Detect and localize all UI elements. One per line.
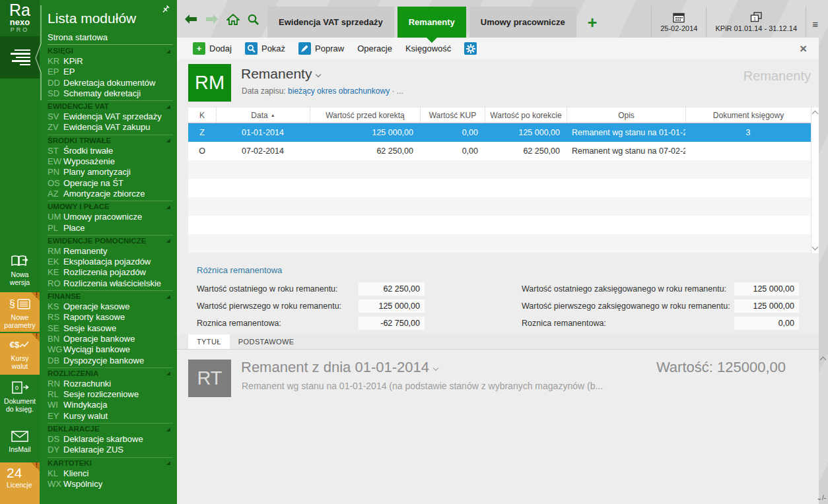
sidebar-section: ŚRODKI TRWAŁESTŚrodki trwałeEWWyposażeni… [48,135,173,199]
sidebar-item-rozliczenia-właścicielskie[interactable]: RORozliczenia właścicielskie [48,278,173,289]
sidebar-item-wyposażenie[interactable]: EWWyposażenie [48,156,173,167]
logo-line3: PRO [0,26,40,34]
detail-subtitle: Remanent wg stanu na 01-01-2014 (na pods… [242,381,603,391]
shortcut-licencje[interactable]: 24Licencje! [0,462,40,504]
sidebar-item-kursy-walut[interactable]: EYKursy walut [48,411,173,422]
summary-field: Roznica remanentowa:-62 750,00 [197,317,425,330]
sidebar-item-remanenty[interactable]: RMRemanenty [48,246,173,257]
more-link[interactable]: · ... [392,86,403,96]
menu-button[interactable]: ≡ [806,7,824,38]
splitter-handle[interactable]: ⌄/- [817,494,827,501]
tab-remanenty[interactable]: Remanenty [397,7,466,38]
column-header-data[interactable]: Data▲ [216,108,310,123]
table-row[interactable]: Z01-01-2014125 000,000,00125 000,00Reman… [188,123,811,142]
sidebar-item-rozrachunki[interactable]: RNRozrachunki [48,379,173,389]
scroll-down-icon[interactable] [812,244,819,251]
table-body: Z01-01-2014125 000,000,00125 000,00Reman… [188,123,811,253]
period-button[interactable]: 1 KPiR 01.01.14 - 31.12.14 [706,7,806,38]
calendar-icon [660,10,697,24]
sidebar-section-header[interactable]: UMOWY I PŁACE [48,202,173,212]
back-button[interactable] [184,14,198,24]
edit-button[interactable]: Popraw [293,42,349,55]
sidebar-item-kpir[interactable]: KRKPiR [48,56,173,67]
settings-button[interactable] [459,42,482,55]
sidebar-section-header[interactable]: ŚRODKI TRWAŁE [48,136,173,146]
tab-ewidencja-vat-sprzedaży[interactable]: Ewidencja VAT sprzedaży [267,7,394,38]
work-date-button[interactable]: 25-02-2014 [651,7,706,38]
new-tab-button[interactable]: + [588,16,598,29]
sidebar-item-wspólnicy[interactable]: WXWspólnicy [48,479,173,489]
column-header-wartość-po-korekcie[interactable]: Wartość po korekcie [485,108,567,123]
search-button[interactable] [247,13,259,26]
column-header-opis[interactable]: Opis [567,108,685,123]
table-scrollbar[interactable] [811,108,819,253]
scroll-up-icon[interactable] [812,111,819,117]
sidebar-item-plany-amortyzacji[interactable]: PNPlany amortyzacji [48,167,173,177]
sidebar-item-sesje-kasowe[interactable]: SESesje kasowe [48,323,173,334]
sidebar-item-ep[interactable]: EPEP [48,67,173,77]
sidebar-item-dyspozycje-bankowe[interactable]: DBDyspozycje bankowe [48,356,173,366]
sidebar-item-windykacja[interactable]: WIWindykacja [48,400,173,410]
add-button[interactable]: + Dodaj [188,42,237,55]
collapse-triangle-icon [166,239,170,243]
sidebar-item-deklaracje-zus[interactable]: DYDeklaracje ZUS [48,445,173,455]
sidebar-item-deklaracje-skarbowe[interactable]: DSDeklaracje skarbowe [48,434,173,445]
column-header-dokument-księgowy[interactable]: Dokument księgowy [685,108,811,123]
sidebar-item-operacje-na-śt[interactable]: OSOperacje na ŚT [48,178,173,189]
sidebar-item-raporty-kasowe[interactable]: RSRaporty kasowe [48,312,173,323]
panel-scroll-up-icon[interactable] [820,357,827,363]
summary-value-field: 62 250,00 [359,282,425,296]
sidebar-item-wyciągi-bankowe[interactable]: WGWyciągi bankowe [48,344,173,355]
column-header-wartość-kup[interactable]: Wartość KUP [420,108,485,123]
sidebar-item-amortyzacje-zbiorcze[interactable]: AZAmortyzacje zbiorcze [48,189,173,199]
column-header-wartość-przed-korektą[interactable]: Wartość przed korektą [310,108,420,123]
sidebar-item-eksploatacja-pojazdów[interactable]: EKEksploatacja pojazdów [48,257,173,267]
sidebar-item-umowy-pracownicze[interactable]: UMUmowy pracownicze [48,212,173,222]
show-button[interactable]: Pokaż [240,42,291,55]
topright-buttons: 25-02-2014 1 KPiR 01.01.14 - 31.12.14 ≡ [651,7,824,38]
detail-tab-podstawowe[interactable]: PODSTAWOWE [230,334,303,349]
close-icon[interactable]: × [800,42,807,56]
module-list-button[interactable] [0,36,40,79]
sidebar-section-header[interactable]: KSIĘGI [48,46,173,56]
sidebar-section-header[interactable]: FINANSE [48,292,173,301]
sidebar-section-header[interactable]: KARTOTEKI [48,458,173,468]
detail-title[interactable]: Remanent z dnia 01-01-2014 [241,359,438,376]
forward-button[interactable] [205,14,219,24]
sidebar-item-schematy-dekretacji[interactable]: SDSchematy dekretacji [48,88,173,99]
period-link[interactable]: bieżący okres obrachunkowy [288,86,390,96]
pin-icon[interactable] [161,5,171,15]
sidebar-item-klienci[interactable]: KLKlienci [48,468,173,479]
sidebar-section: UMOWY I PŁACEUMUmowy pracowniczePLPłace [48,201,173,234]
page-title[interactable]: Remanenty [241,66,320,82]
sidebar-item-strona-startowa[interactable]: Strona startowa [48,32,173,45]
shortcut-dokument-do-księg[interactable]: 0Dokumentdo księg. [0,376,40,423]
shortcut-insmail[interactable]: InsMail [0,424,40,461]
sidebar-item-operacje-kasowe[interactable]: KSOperacje kasowe [48,301,173,312]
sidebar-section: FINANSEKSOperacje kasoweRSRaporty kasowe… [48,290,173,366]
sidebar-item-operacje-bankowe[interactable]: BNOperacje bankowe [48,334,173,344]
sidebar-section-header[interactable]: DEKLARACJE [48,424,173,434]
sidebar-section-header[interactable]: EWIDENCJE POMOCNICZE [48,236,173,246]
period-label: KPiR 01.01.14 - 31.12.14 [715,24,797,32]
sidebar-section-header[interactable]: ROZLICZENIA [48,369,173,379]
detail-tab-tytuł[interactable]: TYTUŁ [188,334,230,349]
sidebar-section-header[interactable]: EWIDENCJE VAT [48,102,173,111]
sidebar-item-dekretacja-dokumentów[interactable]: DDDekretacja dokumentów [48,78,173,88]
shortcut-nowe-parametry[interactable]: §Noweparametry! [0,292,40,332]
shortcut-kursy-walut[interactable]: €$Kursywalut! [0,333,40,375]
sidebar-item-sesje-rozliczeniowe[interactable]: RLSesje rozliczeniowe [48,389,173,400]
sidebar-item-ewidencja-vat-zakupu[interactable]: ZVEwidencja VAT zakupu [48,122,173,133]
table-row[interactable]: O07-02-201462 250,000,0062 250,00Remanen… [188,142,811,160]
shortcut-nowa-wersja[interactable]: Nowawersja [0,249,40,290]
logo-line2: nexo [0,18,40,26]
sidebar-item-rozliczenia-pojazdów[interactable]: KERozliczenia pojazdów [48,267,173,278]
column-header-k[interactable]: K [188,108,216,123]
tab-umowy-pracownicze[interactable]: Umowy pracownicze [469,7,576,38]
home-button[interactable] [226,13,240,25]
sidebar-item-ewidencja-vat-sprzedaży[interactable]: SVEwidencja VAT sprzedaży [48,111,173,122]
operations-menu[interactable]: Operacje [352,44,397,53]
sidebar-item-środki-trwałe[interactable]: STŚrodki trwałe [48,146,173,156]
sidebar-item-płace[interactable]: PLPłace [48,223,173,234]
accounting-menu[interactable]: Księgowość [400,44,456,53]
